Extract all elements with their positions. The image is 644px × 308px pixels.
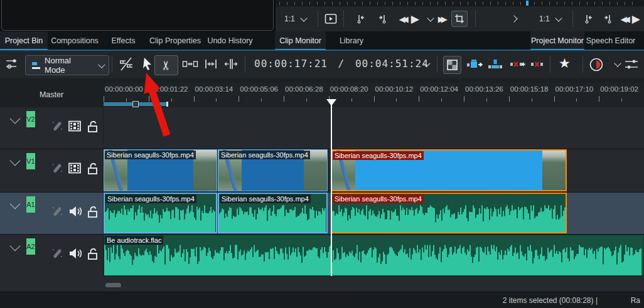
zone-handle[interactable] <box>132 101 139 107</box>
audio-clip-a2[interactable]: Be audiotrack.flac <box>104 235 644 276</box>
collapse-chevron-icon[interactable] <box>10 199 21 210</box>
tab-project-monitor[interactable]: Project Monitor <box>530 31 584 50</box>
track-label-a2[interactable]: A2 <box>26 238 35 255</box>
video-clip-1[interactable]: Siberian seagulls-30fps.mp4 <box>104 149 217 191</box>
track-label-a1[interactable]: A1 <box>26 196 35 213</box>
play-icon[interactable]: ▶ <box>632 14 640 24</box>
tab-clip-monitor[interactable]: Clip Monitor <box>275 31 326 50</box>
fast-forward-icon[interactable]: ▶▶ <box>438 15 444 23</box>
mixed-streams-icon[interactable] <box>118 56 134 74</box>
timeline-timecode[interactable]: 00:00:17:21 / 00:04:51:24 <box>254 58 429 70</box>
playhead-line[interactable] <box>331 99 332 276</box>
insert-zone-icon[interactable] <box>466 59 483 72</box>
more-toolbar-chevron-icon[interactable] <box>510 15 517 22</box>
track-label-v2[interactable]: V2 <box>26 111 35 127</box>
ruler-timecode-label: 00:00:01:22 <box>150 85 188 93</box>
track-header-a2[interactable]: A2 <box>0 235 103 277</box>
collapse-chevron-icon[interactable] <box>10 114 21 124</box>
master-track-label[interactable]: Master <box>0 87 103 103</box>
tab-effects[interactable]: Effects <box>103 31 144 50</box>
ruler-tick <box>352 98 352 102</box>
tab-project-bin[interactable]: Project Bin <box>0 31 48 50</box>
track-lane-v2[interactable] <box>104 107 644 149</box>
tab-undo-history[interactable]: Undo History <box>206 31 254 50</box>
rewind-icon[interactable]: ◀◀ <box>399 15 405 23</box>
ruler-tick <box>284 96 284 102</box>
play-options-chevron-icon[interactable] <box>427 14 434 21</box>
favorite-effects-icon[interactable]: ★ <box>559 56 571 71</box>
tab-clip-properties[interactable]: Clip Properties <box>145 31 205 50</box>
zone-crop-icon[interactable] <box>451 11 468 27</box>
collapse-chevron-icon[interactable] <box>10 241 21 252</box>
zone-end-cap[interactable] <box>166 102 168 107</box>
chevron-down-icon[interactable] <box>300 14 307 21</box>
collapse-chevron-icon[interactable] <box>10 156 21 166</box>
project-monitor-ruler[interactable] <box>530 0 644 6</box>
edit-mode-dropdown[interactable]: Normal Mode <box>25 55 109 75</box>
ruler-tick <box>309 2 310 5</box>
selection-tool-icon[interactable] <box>141 56 154 73</box>
audio-waveform <box>105 204 216 232</box>
chevron-down-icon[interactable] <box>555 14 562 21</box>
overwrite-zone-icon[interactable] <box>487 59 503 72</box>
ruler-timecode-label: 00:00:17:10 <box>555 85 594 93</box>
ruler-tick <box>632 2 633 5</box>
audio-clip-2[interactable]: Siberian seagulls-30fps.mp4 <box>218 193 328 233</box>
audio-clip-1[interactable]: Siberian seagulls-30fps.mp4 <box>104 193 217 233</box>
zone-edit-icon[interactable] <box>203 56 218 74</box>
monitor-overlay-icon[interactable] <box>325 13 337 24</box>
ruler-tick <box>355 2 355 5</box>
audio-clip-3[interactable]: Siberian seagulls-30fps.mp4 <box>331 193 567 233</box>
record-icon[interactable] <box>589 57 604 74</box>
video-clip-2[interactable]: Siberian seagulls-30fps.mp4 <box>218 149 328 191</box>
record-options-chevron-icon[interactable] <box>614 60 621 66</box>
horizontal-scrollbar[interactable] <box>105 283 121 287</box>
ruler-tick <box>542 2 542 5</box>
ruler-tick <box>126 98 127 102</box>
razor-tool-button[interactable]: ✂ <box>154 55 178 75</box>
track-label-v1[interactable]: V1 <box>26 153 35 169</box>
ruler-tick <box>483 2 483 5</box>
zone-out-icon[interactable] <box>603 14 613 24</box>
extract-zone-icon[interactable] <box>508 60 526 72</box>
slip-tool-icon[interactable] <box>223 56 239 74</box>
separator <box>572 11 573 27</box>
timeline-ruler[interactable]: 00:00:00:0000:00:01:2200:00:03:1400:00:0… <box>104 83 644 107</box>
ruler-tick <box>216 98 217 102</box>
zone-out-icon[interactable] <box>377 14 387 24</box>
zone-in-icon[interactable] <box>584 14 594 24</box>
video-clip-3[interactable]: Siberian seagulls-30fps.mp4 <box>331 149 567 191</box>
timeline-settings-icon[interactable] <box>5 57 20 73</box>
ruler-timecode-label: 00:00:08:20 <box>330 85 368 93</box>
clip-zoom-level[interactable]: 1:1 <box>284 14 295 23</box>
ruler-tick <box>362 2 363 5</box>
ruler-timecode-label: 00:00:10:12 <box>375 85 414 93</box>
clip-monitor-ruler[interactable] <box>276 0 530 6</box>
tab-p[interactable]: P <box>637 31 644 50</box>
ruler-tick <box>407 2 408 5</box>
separator <box>550 56 550 73</box>
ruler-tick <box>534 2 535 5</box>
zone-in-icon[interactable] <box>356 14 366 24</box>
adjust-sliders-icon[interactable] <box>624 58 640 73</box>
tab-library[interactable]: Library <box>327 31 376 50</box>
zone-marker <box>526 1 529 6</box>
play-icon[interactable]: ▶ <box>411 14 419 24</box>
spacer-tool-icon[interactable] <box>182 56 198 74</box>
separator <box>475 11 476 27</box>
lift-zone-icon[interactable] <box>530 60 545 72</box>
track-header-v1[interactable]: V1 <box>0 149 103 193</box>
rewind-icon[interactable]: ◀◀ <box>621 15 627 23</box>
ruler-tick <box>549 2 550 5</box>
project-zoom-level[interactable]: 1:1 <box>539 14 550 23</box>
tab-speech-editor[interactable]: Speech Editor <box>586 31 636 50</box>
ruler-tick <box>340 2 340 5</box>
ruler-tick <box>374 96 375 102</box>
ruler-timecode-label: 00:00:13:26 <box>465 85 503 93</box>
kdenlive-window: 1:1 ◀◀ ▶ ▶▶ <box>0 0 644 308</box>
tab-compositions[interactable]: Compositions <box>48 31 101 50</box>
mix-clips-button[interactable] <box>443 56 461 74</box>
track-header-v2[interactable]: V2 <box>0 107 103 149</box>
ruler-tick <box>576 98 577 102</box>
track-header-a1[interactable]: A1 <box>0 193 103 235</box>
